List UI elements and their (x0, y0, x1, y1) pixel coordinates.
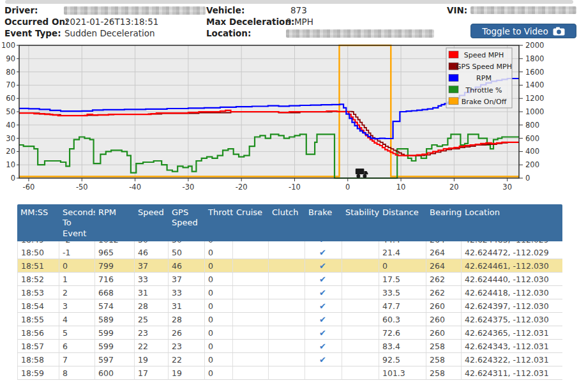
max-decel-label: Max Deceleration: (206, 17, 294, 27)
table-row[interactable]: 18:54357428310✔47.726042.624397, -112.03… (17, 299, 562, 313)
table-row[interactable]: 18:55458925280✔60.326042.624375, -112.03… (17, 313, 562, 326)
cell-rpm: 599 (95, 326, 135, 339)
y-left-tick: 60 (6, 94, 15, 103)
table-row[interactable]: 18:58759719220✔92.525842.624322, -112.03… (17, 353, 562, 366)
y-right-tick: 200 (525, 160, 539, 169)
table-row[interactable]: 18:56559923260✔72.626042.624365, -112.03… (17, 326, 562, 340)
cell-cruise (233, 340, 269, 352)
telemetry-chart: 0102030405060708090100020040060080010001… (0, 40, 579, 199)
col-header-rpm[interactable]: RPM (95, 204, 135, 241)
legend-label: RPM (476, 74, 492, 82)
cell-loc: 42.624322, -112.031 (462, 353, 562, 366)
col-header-speed[interactable]: Speed (135, 204, 169, 241)
vin-value-redacted (470, 6, 576, 14)
cell-rpm: 600 (95, 366, 135, 379)
y-left-tick: 100 (1, 41, 15, 50)
col-header-gps-speed[interactable]: GPS Speed (169, 204, 205, 241)
cell-bearing: 262 (426, 273, 462, 285)
cell-dist: 47.7 (379, 299, 426, 312)
cell-dist: 33.5 (379, 286, 426, 299)
col-header-distance[interactable]: Distance (379, 204, 426, 241)
brake-check-icon: ✔ (319, 342, 326, 351)
cell-mmss: 18:54 (17, 299, 59, 312)
cell-stability (342, 313, 379, 326)
telemetry-table: MM:SSSeconds To EventRPMSpeedGPS SpeedTh… (17, 204, 562, 392)
cell-bearing: 260 (426, 299, 462, 312)
cell-loc: 42.624461, -112.030 (462, 259, 562, 272)
x-tick: 30 (502, 183, 512, 192)
vehicle-label: Vehicle: (206, 5, 244, 15)
cell-sec: 8 (59, 366, 95, 379)
cell-loc: 42.624440, -112.030 (462, 273, 562, 285)
cell-sec: 5 (59, 326, 95, 339)
horizontal-scrollbar[interactable] (5, 0, 573, 4)
cell-brake: ✔ (305, 299, 342, 312)
brake-check-icon: ✔ (319, 328, 326, 338)
max-decel-value: 9 MPH (286, 17, 313, 27)
table-row[interactable]: 18:59860017190101.325842.624311, -112.03… (17, 366, 562, 380)
y-right-tick: 1000 (525, 107, 544, 116)
cell-stability (342, 241, 379, 246)
cell-gps: 46 (169, 259, 205, 272)
x-tick: -30 (182, 183, 194, 192)
x-tick: 20 (449, 183, 459, 192)
y-right-tick: 1400 (525, 80, 544, 89)
table-row[interactable]: 18:52171633370✔17.526242.624440, -112.03… (17, 273, 562, 286)
cell-loc: 42.624483, -112.029 (462, 241, 562, 246)
cell-mmss: 18:57 (17, 340, 59, 352)
table-row-selected[interactable]: 18:51079937460✔026442.624461, -112.030 (17, 259, 562, 273)
vehicle-value: 873 (290, 5, 307, 15)
cell-rpm: 716 (95, 273, 135, 285)
cell-rpm: 799 (95, 259, 135, 272)
legend-swatch (449, 51, 458, 58)
cell-loc: 42.624472, -112.029 (462, 246, 562, 259)
toggle-to-video-button[interactable]: Toggle to Video (470, 24, 576, 38)
cell-brake: ✔ (305, 326, 342, 339)
cell-clutch (269, 326, 305, 339)
cell-thro: 0 (205, 366, 233, 379)
col-header-mm-ss[interactable]: MM:SS (17, 204, 59, 241)
cell-stability (342, 259, 379, 272)
y-right-tick: 0 (525, 174, 530, 183)
cell-gps: 26 (169, 326, 205, 339)
y-right-tick: 1200 (525, 94, 544, 103)
cell-bearing: 264 (426, 246, 462, 259)
col-header-seconds-to-event[interactable]: Seconds To Event (59, 204, 95, 241)
cell-loc: 42.624397, -112.030 (462, 299, 562, 312)
col-header-brake[interactable]: Brake (305, 204, 342, 241)
cell-speed: 25 (135, 313, 169, 326)
y-left-tick: 20 (6, 147, 15, 156)
cell-speed: 31 (135, 286, 169, 299)
occurred-on-value: 2021-01-26T13:18:51 (64, 17, 158, 27)
driver-value-redacted (64, 6, 206, 15)
col-header-stability[interactable]: Stability (342, 204, 379, 241)
col-header-cruise[interactable]: Cruise (233, 204, 269, 241)
legend-label: Brake On/Off (462, 98, 507, 106)
cell-thro: 0 (205, 246, 233, 259)
cell-stability (342, 246, 379, 259)
col-header-clutch[interactable]: Clutch (269, 204, 305, 241)
cell-bearing: 264 (426, 259, 462, 272)
table-row[interactable]: 18:50-196546500✔21.426442.624472, -112.0… (17, 246, 562, 259)
cell-clutch (269, 286, 305, 299)
cell-brake: ✔ (305, 259, 342, 272)
cell-speed: 19 (135, 353, 169, 366)
table-row[interactable]: 18:53266831330✔33.526242.624418, -112.03… (17, 286, 562, 299)
table-row[interactable]: 18:49-2101250500✔44.426442.624483, -112.… (17, 241, 562, 246)
cell-bearing: 258 (426, 353, 462, 366)
cell-rpm: 965 (95, 246, 135, 259)
col-header-bearing[interactable]: Bearing (426, 204, 462, 241)
cell-brake: ✔ (305, 353, 342, 366)
cell-dist: 21.4 (379, 246, 426, 259)
cell-speed: 33 (135, 273, 169, 285)
col-header-throttle[interactable]: Throttle (205, 204, 233, 241)
cell-clutch (269, 241, 305, 246)
col-header-location[interactable]: Location (462, 204, 562, 241)
cell-speed: 50 (135, 241, 169, 246)
x-tick: -50 (76, 183, 88, 192)
table-row[interactable]: 18:57659922230✔83.425842.624343, -112.03… (17, 340, 562, 353)
cell-brake: ✔ (305, 246, 342, 259)
cell-dist: 83.4 (379, 340, 426, 352)
cell-thro: 0 (205, 353, 233, 366)
cell-loc: 42.624365, -112.031 (462, 326, 562, 339)
